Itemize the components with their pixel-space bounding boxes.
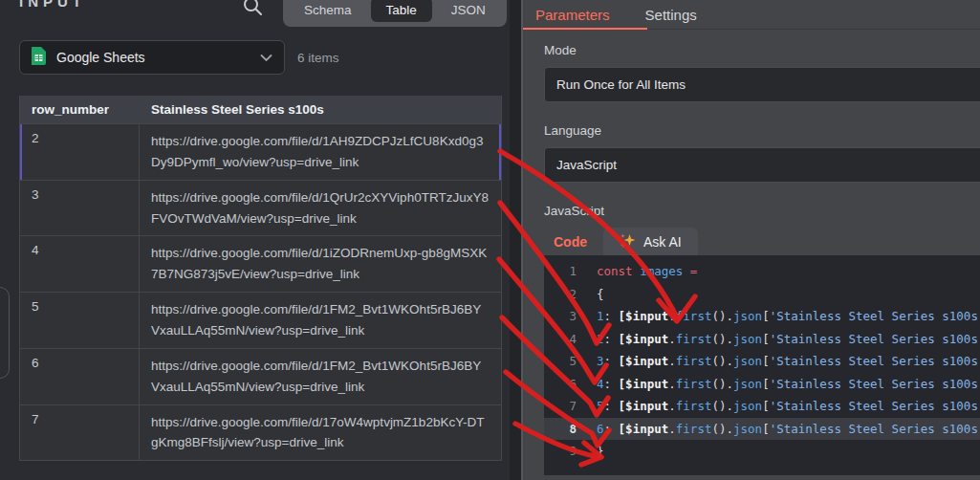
- line-number: 2: [544, 287, 577, 301]
- table-row[interactable]: 7https://drive.google.com/file/d/17oW4wp…: [20, 404, 501, 461]
- parameters-panel: ParametersSettings Mode Run Once for All…: [521, 0, 980, 480]
- line-number: 3: [544, 309, 577, 323]
- input-source-select[interactable]: Google Sheets: [19, 40, 285, 75]
- code-text: 5: [$input.first().json['Stainless Steel…: [577, 399, 980, 413]
- column-header-row-number: row_number: [20, 96, 140, 123]
- tab-settings[interactable]: Settings: [645, 7, 697, 23]
- line-number: 1: [544, 264, 577, 278]
- code-line: 42: [$input.first().json['Stainless Stee…: [544, 328, 980, 351]
- code-line: 64: [$input.first().json['Stainless Stee…: [544, 373, 980, 396]
- input-panel: INPUT SchemaTableJSON Google Sheets: [0, 0, 510, 480]
- language-label: Language: [544, 123, 980, 138]
- table-row[interactable]: 4https://drive.google.com/file/d/1iZODRn…: [20, 235, 501, 292]
- code-text: 4: [$input.first().json['Stainless Steel…: [577, 377, 980, 391]
- code-line: 75: [$input.first().json['Stainless Stee…: [544, 395, 980, 418]
- url-cell: https://drive.google.com/file/d/17oW4wpt…: [140, 405, 501, 461]
- line-number: 9: [544, 444, 577, 458]
- code-line: 2{: [544, 283, 980, 306]
- url-cell: https://drive.google.com/file/d/1iZODRne…: [140, 236, 501, 292]
- panel-tabs: ParametersSettings: [523, 0, 980, 30]
- row-number-cell: 4: [20, 236, 140, 292]
- input-panel-title: INPUT: [19, 0, 86, 10]
- code-editor-tabs: Code Ask AI: [544, 228, 980, 255]
- parameters-body: Mode Run Once for All Items Language Jav…: [523, 43, 980, 475]
- table-row[interactable]: 2https://drive.google.com/file/d/1AH9ZDC…: [20, 123, 501, 180]
- row-number-cell: 6: [20, 349, 140, 404]
- row-number-cell: 7: [20, 405, 140, 461]
- google-sheets-icon: [32, 47, 46, 69]
- panel-edge-handle[interactable]: [0, 287, 10, 379]
- code-line: 31: [$input.first().json['Stainless Stee…: [544, 305, 980, 328]
- url-cell: https://drive.google.com/file/d/1AH9ZDCP…: [140, 124, 501, 180]
- code-line: 1const images =: [544, 260, 980, 283]
- language-select[interactable]: JavaScript: [544, 147, 980, 183]
- tab-code[interactable]: Code: [544, 228, 603, 255]
- tab-ask-ai-label: Ask AI: [643, 234, 682, 250]
- line-number: 6: [544, 377, 577, 391]
- row-number-cell: 5: [20, 293, 140, 348]
- search-icon[interactable]: [242, 0, 263, 16]
- chevron-down-icon: [260, 49, 272, 66]
- items-count: 6 items: [297, 51, 339, 65]
- view-tab-json[interactable]: JSON: [436, 0, 501, 22]
- code-text: const images =: [577, 264, 697, 278]
- code-editor[interactable]: 1const images =2{31: [$input.first().jso…: [544, 255, 980, 475]
- url-cell: https://drive.google.com/file/d/1QrUr2cX…: [140, 181, 501, 236]
- mode-label: Mode: [544, 43, 980, 57]
- input-panel-header: INPUT SchemaTableJSON: [0, 0, 510, 29]
- tab-parameters[interactable]: Parameters: [535, 7, 610, 23]
- line-number: 4: [544, 332, 577, 346]
- mode-select[interactable]: Run Once for All Items: [544, 67, 980, 102]
- code-text: 3: [$input.first().json['Stainless Steel…: [577, 354, 980, 368]
- code-text: 1: [$input.first().json['Stainless Steel…: [577, 309, 980, 323]
- input-table: row_number Stainless Steel Series s100s …: [19, 96, 502, 461]
- code-text: {: [577, 287, 604, 301]
- line-number: 7: [544, 399, 577, 413]
- code-text: 6: [$input.first().json['Stainless Steel…: [577, 422, 980, 436]
- view-tab-table[interactable]: Table: [371, 0, 432, 22]
- input-source-label: Google Sheets: [56, 50, 250, 65]
- row-number-cell: 3: [20, 181, 140, 236]
- code-text: }: [577, 444, 604, 458]
- code-text: 2: [$input.first().json['Stainless Steel…: [577, 332, 980, 346]
- input-source-row: Google Sheets 6 items: [19, 40, 339, 75]
- input-table-header: row_number Stainless Steel Series s100s: [20, 96, 501, 123]
- table-row[interactable]: 3https://drive.google.com/file/d/1QrUr2c…: [20, 180, 501, 236]
- code-line: 9}: [544, 440, 980, 463]
- line-number: 8: [544, 422, 577, 436]
- line-number: 5: [544, 354, 577, 368]
- column-header-stainless-steel: Stainless Steel Series s100s: [140, 96, 501, 123]
- javascript-section-label: JavaScript: [544, 204, 980, 218]
- table-row[interactable]: 5https://drive.google.com/file/d/1FM2_Bv…: [20, 292, 501, 348]
- url-cell: https://drive.google.com/file/d/1FM2_Bvt…: [140, 293, 501, 348]
- table-row[interactable]: 6https://drive.google.com/file/d/1FM2_Bv…: [20, 348, 501, 404]
- sparkles-icon: [620, 232, 636, 251]
- input-table-body: 2https://drive.google.com/file/d/1AH9ZDC…: [20, 123, 501, 460]
- code-line: 53: [$input.first().json['Stainless Stee…: [544, 350, 980, 373]
- code-line: 86: [$input.first().json['Stainless Stee…: [544, 418, 980, 441]
- active-tab-underline: [523, 28, 647, 30]
- display-mode-tabs: SchemaTableJSON: [283, 0, 507, 27]
- tab-ask-ai[interactable]: Ask AI: [603, 228, 698, 255]
- url-cell: https://drive.google.com/file/d/1FM2_Bvt…: [140, 349, 501, 404]
- row-number-cell: 2: [20, 124, 140, 180]
- view-tab-schema[interactable]: Schema: [289, 0, 367, 22]
